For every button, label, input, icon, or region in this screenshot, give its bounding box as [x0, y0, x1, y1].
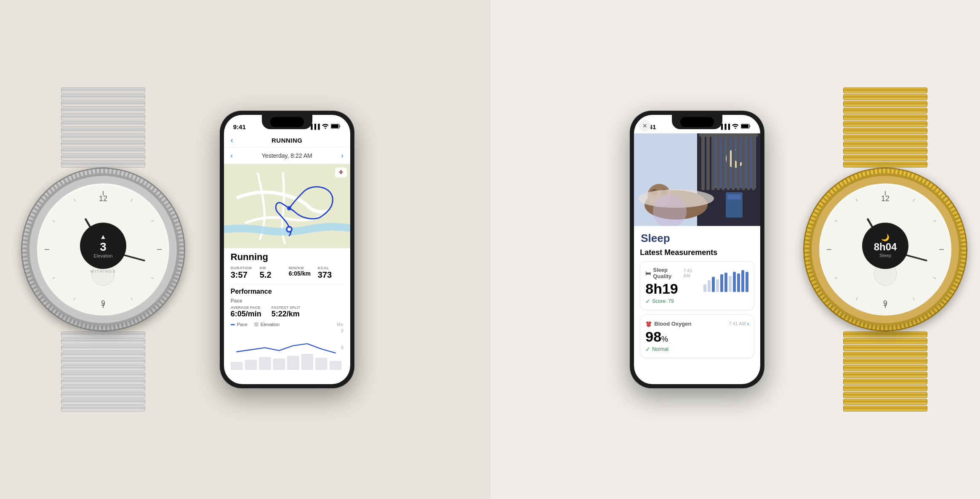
svg-rect-36: [741, 125, 748, 128]
watch-band-top: [61, 88, 145, 167]
avg-pace: AVERAGE PACE 6:05/min: [231, 305, 261, 319]
left-watch-body: 12 3 6 9 WITHINGS: [21, 167, 185, 332]
pace-section: Pace AVERAGE PACE 6:05/min FASTEST SPLIT…: [224, 298, 350, 371]
sleep-quality-value: 8h19: [645, 281, 698, 297]
right-phone: 9:41 ▐▐▐ ✕: [630, 111, 764, 388]
svg-rect-28: [245, 360, 257, 370]
elevation-icon: ▲: [100, 233, 107, 241]
date-prev-button[interactable]: ‹: [231, 152, 233, 159]
sleep-quality-score: ✓ Score: 79: [645, 298, 698, 305]
wifi-icon: [322, 124, 329, 130]
map-compass: [335, 167, 347, 178]
chart-legend: Pace Elevation Min: [231, 322, 344, 327]
blood-oxygen-chevron[interactable]: ›: [747, 320, 749, 327]
svg-rect-60: [747, 135, 750, 190]
svg-line-88: [856, 199, 858, 202]
sleep-moon-icon: 🌙: [881, 234, 889, 242]
sleep-chart: [703, 267, 749, 292]
running-stats: DURATION 3:57 KM 5.2 MIN/KM 6:05/km KCAL…: [224, 266, 350, 284]
svg-line-2: [151, 220, 154, 222]
svg-rect-27: [231, 362, 243, 370]
sleep-quality-name: Sleep Quality: [653, 267, 683, 279]
watch-logo-left: WITHINGS: [91, 269, 116, 273]
sleep-label: Sleep: [879, 253, 891, 258]
svg-rect-69: [729, 276, 732, 292]
status-icons-left: ▐▐▐: [309, 124, 341, 130]
running-header: ‹ RUNNING: [224, 133, 350, 148]
date-text: Yesterday, 8:22 AM: [262, 152, 312, 159]
svg-text:6: 6: [883, 299, 887, 307]
svg-rect-61: [752, 135, 755, 190]
sleep-illustration: [634, 133, 760, 226]
svg-rect-68: [724, 273, 727, 292]
svg-rect-73: [746, 272, 748, 292]
svg-rect-29: [259, 357, 271, 370]
left-watch-display: ▲ 3 Elevation: [80, 223, 126, 269]
svg-line-82: [913, 297, 915, 300]
svg-rect-70: [733, 272, 736, 292]
svg-rect-65: [712, 277, 715, 292]
elevation-label: Elevation: [93, 254, 112, 259]
svg-rect-66: [716, 279, 719, 292]
svg-line-85: [835, 277, 837, 279]
back-button[interactable]: ‹: [231, 136, 233, 145]
measurements-section: Latest Measurements 🛏 Sleep Quality 7:41…: [634, 248, 760, 358]
svg-rect-54: [716, 135, 720, 190]
svg-rect-63: [703, 284, 706, 292]
left-phone: 9:41 ▐▐▐ ‹ RUNNING: [220, 111, 354, 388]
battery-icon-right: [741, 124, 751, 130]
activity-label: Running: [224, 248, 350, 266]
sleep-quality-icon: 🛏: [645, 270, 651, 276]
svg-text:12: 12: [99, 194, 107, 203]
blood-oxygen-icon: [645, 320, 652, 327]
pace-legend-label: Pace: [237, 322, 248, 327]
stat-duration: DURATION 3:57: [231, 266, 256, 280]
watch-band-bottom: [61, 332, 145, 411]
battery-icon: [331, 124, 341, 130]
right-watch-display: 🌙 8h04 Sleep: [862, 223, 908, 269]
svg-rect-72: [741, 270, 744, 292]
sleep-title: Sleep: [634, 226, 760, 248]
running-title: RUNNING: [272, 137, 303, 144]
svg-rect-33: [315, 358, 328, 370]
svg-rect-59: [742, 135, 745, 190]
svg-rect-32: [301, 354, 313, 370]
phone-notch-left: [262, 115, 312, 129]
date-nav: ‹ Yesterday, 8:22 AM ›: [224, 148, 350, 164]
blood-oxygen-card: Blood Oxygen 7:41 AM › 98%: [640, 314, 754, 358]
left-panel: 12 3 6 9 WITHINGS: [0, 0, 490, 499]
wifi-icon-right: [732, 124, 739, 130]
sleep-quality-card: 🛏 Sleep Quality 7:41 AM 8h19 ✓ Score: 79: [640, 261, 754, 310]
sleep-quality-time: 7:41 AM: [683, 268, 698, 278]
watch-band-top-right: [843, 88, 927, 167]
status-icons-right: ▐▐▐: [719, 124, 751, 130]
svg-rect-53: [711, 135, 715, 190]
svg-text:9: 9: [833, 197, 841, 202]
stat-km: KM 5.2: [260, 266, 285, 280]
svg-point-25: [288, 228, 291, 231]
blood-oxygen-time: 7:41 AM: [729, 321, 746, 326]
svg-rect-55: [722, 135, 725, 190]
svg-rect-56: [727, 135, 730, 190]
svg-rect-34: [329, 361, 341, 370]
svg-point-26: [287, 206, 291, 210]
svg-rect-50: [727, 194, 741, 199]
svg-text:3: 3: [929, 197, 938, 202]
pace-legend-line: [231, 324, 235, 325]
watch-band-bottom-right: [843, 332, 927, 411]
running-map: [224, 164, 350, 248]
stat-minkm: MIN/KM 6:05/km: [289, 266, 314, 280]
svg-line-8: [53, 277, 55, 279]
svg-line-5: [131, 297, 133, 300]
svg-rect-51: [701, 135, 705, 190]
svg-rect-31: [287, 356, 299, 370]
svg-line-78: [913, 199, 915, 202]
right-panel: 9:41 ▐▐▐ ✕: [490, 0, 980, 499]
date-next-button[interactable]: ›: [341, 152, 343, 159]
svg-line-87: [835, 220, 837, 222]
right-watch-body: 12 3 6 9 WITHINGS: [803, 167, 967, 332]
svg-text:3: 3: [147, 197, 156, 202]
phone-notch-right: [672, 115, 722, 129]
svg-line-11: [74, 199, 75, 202]
svg-text:9: 9: [51, 197, 59, 202]
